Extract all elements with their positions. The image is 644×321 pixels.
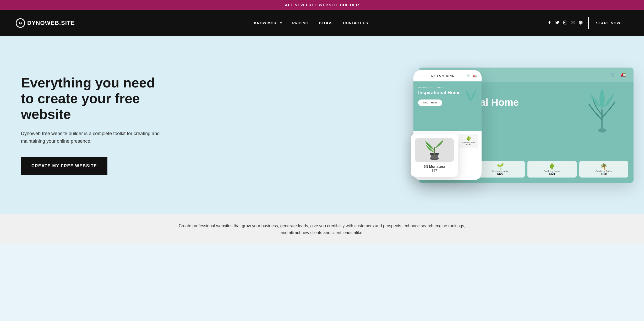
mobile-product-3: 🌵 Corduroy Jacke $120	[459, 134, 478, 148]
youtube-icon[interactable]	[571, 20, 575, 26]
hero-description: Dynoweb free website builder is a comple…	[21, 130, 168, 145]
delivery-icon: 🚛	[620, 72, 626, 78]
svg-rect-7	[434, 147, 435, 155]
instagram-icon[interactable]	[563, 20, 567, 26]
cart-icon: 🛒	[610, 72, 616, 78]
start-now-button[interactable]: START NOW	[588, 17, 628, 29]
mobile-hero-bg: GROW GOOD VIBES Inspirational Home SHOP …	[413, 81, 482, 131]
nav-item-contact[interactable]: CONTACT US	[343, 21, 368, 25]
create-website-button[interactable]: CREATE MY FREE WEBSITE	[21, 157, 107, 175]
nav-link-contact[interactable]: CONTACT US	[343, 21, 368, 25]
desktop-plant-1	[586, 83, 618, 136]
twitter-icon[interactable]	[555, 20, 559, 26]
floating-product-price: $67	[415, 169, 454, 173]
bottom-bar: Create professional websites that grow y…	[0, 214, 644, 244]
svg-rect-0	[564, 21, 567, 24]
hero-visual: LA FONTAINE 🛒 🚛 GROW GOOD VIBES Inspirat…	[245, 36, 644, 214]
nav-item-know-more[interactable]: KNOW MORE	[254, 21, 282, 25]
nav-links: KNOW MORE PRICING BLOGS CONTACT US	[254, 21, 368, 25]
pinterest-icon[interactable]	[579, 20, 583, 26]
mobile-mockup-icons: 🛒 🚛	[466, 74, 477, 78]
nav-right: START NOW	[547, 17, 628, 29]
facebook-icon[interactable]	[547, 20, 552, 26]
monstera-plant-svg	[424, 140, 445, 160]
floating-product-card: 5ft Monstera $67	[411, 134, 458, 177]
product-thumb-3: 🌵 Corduroy Jacke $120	[527, 161, 577, 178]
nav-link-blogs[interactable]: BLOGS	[319, 21, 332, 25]
logo[interactable]: ⊙ DYNOWEB.SITE	[16, 18, 75, 28]
svg-rect-4	[601, 109, 603, 132]
nav-link-pricing[interactable]: PRICING	[292, 21, 308, 25]
navbar: ⊙ DYNOWEB.SITE KNOW MORE PRICING BLOGS C…	[0, 10, 644, 36]
hero-section: Everything you need to create your free …	[0, 36, 644, 214]
floating-product-name: 5ft Monstera	[415, 164, 454, 169]
logo-icon: ⊙	[16, 18, 25, 28]
social-icons	[547, 20, 583, 26]
mobile-cart-icon: 🛒	[466, 74, 470, 78]
desktop-mockup-icons: 🛒 🚛	[610, 72, 626, 78]
floating-product-image	[415, 138, 454, 162]
banner-text: ALL NEW FREE WEBSITE BUILDER	[285, 3, 359, 7]
mobile-mockup-header: ≡ LA FONTAINE 🛒 🚛	[413, 70, 482, 81]
nav-item-blogs[interactable]: BLOGS	[319, 21, 332, 25]
mobile-plant-decoration	[463, 84, 479, 105]
logo-text: DYNOWEB.SITE	[27, 20, 75, 26]
hero-content: Everything you need to create your free …	[21, 75, 168, 175]
top-banner: ALL NEW FREE WEBSITE BUILDER	[0, 0, 644, 10]
nav-link-know-more[interactable]: KNOW MORE	[254, 21, 282, 25]
mobile-shop-button[interactable]: SHOP NOW	[418, 99, 442, 106]
svg-marker-2	[573, 22, 574, 23]
mobile-delivery-icon: 🚛	[473, 74, 477, 78]
hero-title: Everything you need to create your free …	[21, 75, 168, 122]
product-thumb-4: 🌴 Corduroy Jacke $120	[579, 161, 629, 178]
product-thumb-2: 🌱 Corduroy Jacke $120	[476, 161, 525, 178]
nav-item-pricing[interactable]: PRICING	[292, 21, 308, 25]
mobile-brand-name: LA FONTAINE	[431, 74, 454, 77]
bottom-bar-text: Create professional websites that grow y…	[178, 223, 466, 236]
